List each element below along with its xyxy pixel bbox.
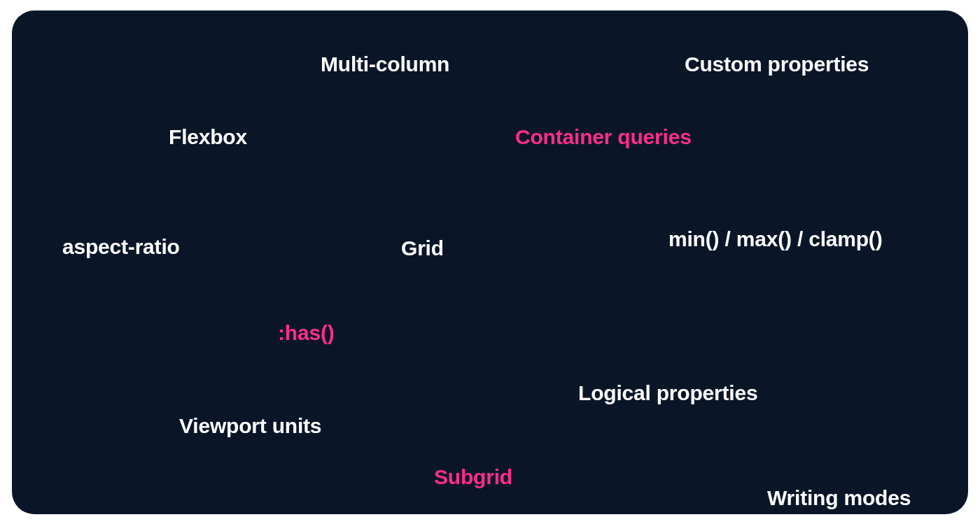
term-grid: Grid <box>401 236 444 260</box>
term-container-queries: Container queries <box>515 125 692 149</box>
term-has: :has() <box>278 321 334 345</box>
term-writing-modes: Writing modes <box>767 486 911 510</box>
term-flexbox: Flexbox <box>169 125 247 149</box>
feature-panel: Multi-column Custom properties Flexbox C… <box>12 10 968 514</box>
term-custom-properties: Custom properties <box>685 52 869 76</box>
term-subgrid: Subgrid <box>434 465 512 489</box>
term-viewport-units: Viewport units <box>179 414 321 438</box>
term-aspect-ratio: aspect-ratio <box>62 235 180 259</box>
term-multi-column: Multi-column <box>321 52 449 76</box>
term-logical-properties: Logical properties <box>578 381 757 405</box>
term-min-max-clamp: min() / max() / clamp() <box>668 227 882 251</box>
